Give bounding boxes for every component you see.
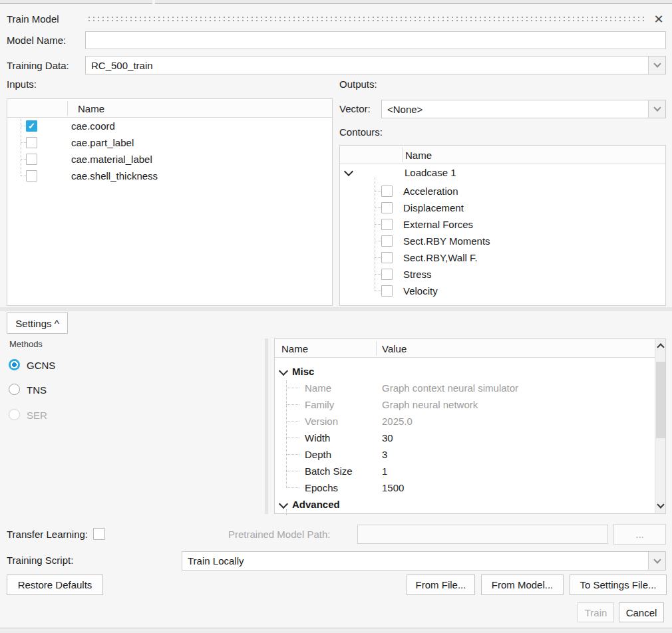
scroll-down-icon[interactable] xyxy=(655,500,665,513)
collapse-chevron-icon[interactable] xyxy=(279,499,288,509)
property-name[interactable]: Advanced xyxy=(292,496,340,513)
collapse-chevron-icon[interactable] xyxy=(344,167,353,176)
row-checkbox[interactable]: ✓ xyxy=(26,120,37,132)
row-label[interactable]: Sect.RBY Moments xyxy=(403,233,490,249)
row-checkbox[interactable]: ✓ xyxy=(381,285,393,297)
contours-label: Contours: xyxy=(339,126,383,138)
training-data-value: RC_500_train xyxy=(91,57,153,74)
section-separator xyxy=(0,307,672,311)
row-checkbox[interactable]: ✓ xyxy=(26,137,37,148)
close-icon[interactable]: ✕ xyxy=(649,10,668,29)
table-row: ✓ cae.coord xyxy=(7,118,332,134)
settings-toggle-button[interactable]: Settings ^ xyxy=(7,313,68,334)
radio-gcns-label[interactable]: GCNS xyxy=(27,360,55,371)
table-row: ✓ cae.part_label xyxy=(7,134,332,151)
from-model-button[interactable]: From Model... xyxy=(481,574,564,595)
training-data-select[interactable]: RC_500_train xyxy=(85,56,666,74)
property-grid-scrollbar[interactable] xyxy=(655,339,665,513)
row-label[interactable]: cae.coord xyxy=(71,118,115,134)
model-name-label: Model Name: xyxy=(7,35,66,46)
row-checkbox[interactable]: ✓ xyxy=(381,252,393,263)
property-name: Epochs xyxy=(305,479,338,496)
property-value: 2025.0 xyxy=(382,413,413,430)
scrollbar-thumb[interactable] xyxy=(656,362,665,438)
property-row[interactable]: Epochs 1500 xyxy=(275,479,654,496)
row-checkbox[interactable]: ✓ xyxy=(381,235,393,247)
property-row[interactable]: Depth 3 xyxy=(275,446,654,463)
table-row: ✓ Sect.RBY,Wall F. xyxy=(340,249,665,266)
from-file-button[interactable]: From File... xyxy=(407,574,475,595)
property-name: Family xyxy=(305,396,334,413)
table-row: ✓ Sect.RBY Moments xyxy=(340,233,665,249)
vector-value: <None> xyxy=(387,100,422,118)
table-row: ✓ cae.material_label xyxy=(7,151,332,168)
property-row[interactable]: Name Graph context neural simulator xyxy=(275,380,654,396)
table-row: ✓ Stress xyxy=(340,266,665,283)
property-name[interactable]: Misc xyxy=(292,363,314,380)
property-value[interactable]: 1 xyxy=(382,463,387,479)
drag-handle[interactable] xyxy=(88,17,646,23)
cancel-button[interactable]: Cancel xyxy=(619,602,664,622)
vector-label: Vector: xyxy=(339,103,371,114)
row-label[interactable]: Displacement xyxy=(403,199,464,216)
window-bottom-edge xyxy=(0,628,672,633)
property-value[interactable]: 3 xyxy=(382,446,387,463)
property-name: Width xyxy=(305,430,330,446)
radio-ser-label: SER xyxy=(27,410,47,421)
property-name: Name xyxy=(305,380,331,396)
property-name: Batch Size xyxy=(305,463,353,479)
training-script-label: Training Script: xyxy=(7,555,73,566)
to-settings-file-button[interactable]: To Settings File... xyxy=(570,574,667,595)
contours-table-header: Name xyxy=(340,146,665,164)
model-name-input[interactable] xyxy=(85,31,666,49)
collapse-chevron-icon[interactable] xyxy=(279,366,288,376)
property-row[interactable]: Width 30 xyxy=(275,430,654,446)
property-row[interactable]: Family Graph neural network xyxy=(275,396,654,413)
train-model-dialog: Train Model ✕ Model Name: Training Data:… xyxy=(0,0,672,633)
property-value-column-header: Value xyxy=(382,339,407,358)
row-label[interactable]: Acceleration xyxy=(403,183,458,199)
training-script-select[interactable]: Train Locally xyxy=(182,551,666,570)
row-checkbox[interactable]: ✓ xyxy=(26,170,37,182)
tree-group-row[interactable]: Loadcase 1 xyxy=(340,164,665,182)
chevron-down-icon[interactable] xyxy=(648,57,665,74)
row-checkbox[interactable]: ✓ xyxy=(381,202,393,213)
radio-gcns[interactable] xyxy=(9,359,20,370)
row-label[interactable]: External Forces xyxy=(403,216,473,233)
row-label[interactable]: Stress xyxy=(403,266,432,283)
group-label[interactable]: Loadcase 1 xyxy=(405,164,456,181)
property-value[interactable]: 1500 xyxy=(382,479,404,496)
property-name-column-header: Name xyxy=(281,339,308,358)
row-label[interactable]: cae.material_label xyxy=(71,151,152,168)
property-group-row[interactable]: Misc xyxy=(275,363,654,380)
radio-tns-label[interactable]: TNS xyxy=(27,384,47,396)
row-label[interactable]: cae.part_label xyxy=(71,134,134,151)
property-row[interactable]: Version 2025.0 xyxy=(275,413,654,430)
table-row: ✓ cae.shell_thickness xyxy=(7,168,332,184)
radio-tns[interactable] xyxy=(9,384,20,395)
row-label[interactable]: Velocity xyxy=(403,283,438,299)
chevron-down-icon[interactable] xyxy=(648,100,665,118)
scroll-up-icon[interactable] xyxy=(655,339,665,352)
restore-defaults-button[interactable]: Restore Defaults xyxy=(7,574,103,595)
row-checkbox[interactable]: ✓ xyxy=(381,269,393,280)
table-row: ✓ Acceleration xyxy=(340,183,665,199)
window-top-edge xyxy=(0,0,672,4)
property-grid-header: Name Value xyxy=(275,339,665,358)
row-checkbox[interactable]: ✓ xyxy=(26,154,37,165)
transfer-learning-checkbox[interactable]: ✓ xyxy=(93,528,105,540)
row-label[interactable]: Sect.RBY,Wall F. xyxy=(403,249,478,266)
train-button: Train xyxy=(578,602,614,622)
property-value[interactable]: 30 xyxy=(382,430,393,446)
chevron-down-icon[interactable] xyxy=(648,552,665,570)
row-checkbox[interactable]: ✓ xyxy=(381,219,393,230)
vector-select[interactable]: <None> xyxy=(381,100,666,118)
training-script-value: Train Locally xyxy=(188,552,244,570)
property-group-row[interactable]: Advanced xyxy=(275,496,654,513)
browse-button: ... xyxy=(613,524,666,545)
vertical-splitter[interactable] xyxy=(265,338,268,514)
inputs-table-header: Name xyxy=(7,99,332,118)
row-label[interactable]: cae.shell_thickness xyxy=(71,168,158,184)
row-checkbox[interactable]: ✓ xyxy=(381,186,393,197)
property-row[interactable]: Batch Size 1 xyxy=(275,463,654,479)
